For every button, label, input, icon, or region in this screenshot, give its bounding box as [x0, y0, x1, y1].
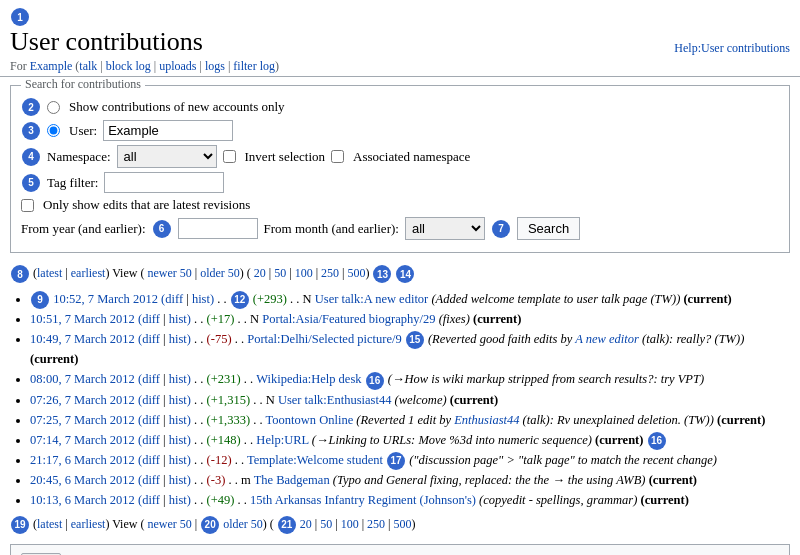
summary-2: (Reverted good faith edits by A new edit… — [428, 332, 744, 346]
diff-value-6: (+148) — [207, 433, 241, 447]
date-row: From year (and earlier): 6 From month (a… — [21, 217, 779, 240]
diff-value-9: (+49) — [207, 493, 235, 507]
page-link-0[interactable]: User talk:A new editor — [315, 292, 429, 306]
tag-input[interactable] — [104, 172, 224, 193]
current-1: (current) — [473, 312, 521, 326]
page-link-3[interactable]: Wikipedia:Help desk — [256, 372, 361, 386]
contrib-diff-9[interactable]: (diff — [138, 493, 160, 507]
invert-checkbox[interactable] — [223, 150, 236, 163]
blocklog-link[interactable]: block log — [106, 59, 151, 73]
annotation-7: 7 — [492, 220, 510, 238]
user-radio[interactable] — [47, 124, 60, 137]
page-link-9[interactable]: 15th Arkansas Infantry Regiment (Johnson… — [250, 493, 476, 507]
list-item: 10:51, 7 March 2012 (diff | hist) . . (+… — [30, 309, 790, 329]
user-input[interactable] — [103, 120, 233, 141]
filterlog-link[interactable]: filter log — [233, 59, 275, 73]
earliest-link-bot[interactable]: earliest — [71, 517, 106, 531]
associated-checkbox[interactable] — [331, 150, 344, 163]
contrib-diff-6[interactable]: (diff — [138, 433, 160, 447]
contrib-time-5[interactable]: 07:25, 7 March 2012 — [30, 413, 135, 427]
talk-link[interactable]: talk — [79, 59, 97, 73]
for-user-link[interactable]: Example — [30, 59, 73, 73]
page-link-4[interactable]: User talk:Enthusiast44 — [278, 393, 392, 407]
current-8: (current) — [649, 473, 697, 487]
250-link-top[interactable]: 250 — [321, 266, 339, 280]
logs-link[interactable]: logs — [205, 59, 225, 73]
50-link-bot[interactable]: 50 — [320, 517, 332, 531]
list-item: 07:25, 7 March 2012 (diff | hist) . . (+… — [30, 410, 790, 430]
contrib-time-7[interactable]: 21:17, 6 March 2012 — [30, 453, 135, 467]
contrib-time-6[interactable]: 07:14, 7 March 2012 — [30, 433, 135, 447]
contrib-hist-7[interactable]: hist) — [169, 453, 191, 467]
contrib-diff-5[interactable]: (diff — [138, 413, 160, 427]
contrib-hist-3[interactable]: hist) — [169, 372, 191, 386]
page-link-5[interactable]: Toontown Online — [266, 413, 354, 427]
contrib-time-4[interactable]: 07:26, 7 March 2012 — [30, 393, 135, 407]
newer50-link[interactable]: newer 50 — [147, 266, 191, 280]
annotation-19: 19 — [11, 516, 29, 534]
contrib-hist-1[interactable]: hist) — [169, 312, 191, 326]
contrib-time-2[interactable]: 10:49, 7 March 2012 — [30, 332, 135, 346]
contrib-hist-8[interactable]: hist) — [169, 473, 191, 487]
contrib-time-3[interactable]: 08:00, 7 March 2012 — [30, 372, 135, 386]
500-link-top[interactable]: 500 — [347, 266, 365, 280]
older50-link-bot[interactable]: older 50 — [223, 517, 263, 531]
earliest-link[interactable]: earliest — [71, 266, 106, 280]
newer50-link-bot[interactable]: newer 50 — [147, 517, 191, 531]
20-link-bot[interactable]: 20 — [300, 517, 312, 531]
contrib-hist-0[interactable]: hist) — [192, 292, 214, 306]
latest-link-bot[interactable]: latest — [37, 517, 62, 531]
contrib-hist-5[interactable]: hist) — [169, 413, 191, 427]
page-link-2[interactable]: Portal:Delhi/Selected picture/9 — [247, 332, 401, 346]
tag-row: 5 Tag filter: — [21, 172, 779, 193]
250-link-bot[interactable]: 250 — [367, 517, 385, 531]
contrib-diff-4[interactable]: (diff — [138, 393, 160, 407]
contrib-time-1[interactable]: 10:51, 7 March 2012 — [30, 312, 135, 326]
contrib-hist-6[interactable]: hist) — [169, 433, 191, 447]
page-link-6[interactable]: Help:URL — [256, 433, 308, 447]
contrib-time-9[interactable]: 10:13, 6 March 2012 — [30, 493, 135, 507]
list-item: 21:17, 6 March 2012 (diff | hist) . . (-… — [30, 450, 790, 470]
page-link-8[interactable]: The Badgeman — [254, 473, 330, 487]
contrib-diff-3[interactable]: (diff — [138, 372, 160, 386]
marker-4: N — [266, 393, 275, 407]
contrib-diff-1[interactable]: (diff — [138, 312, 160, 326]
page-link-7[interactable]: Template:Welcome student — [247, 453, 383, 467]
100-link-bot[interactable]: 100 — [341, 517, 359, 531]
contrib-diff-7[interactable]: (diff — [138, 453, 160, 467]
help-link[interactable]: Help:User contributions — [674, 41, 790, 55]
month-select[interactable]: all — [405, 217, 485, 240]
contrib-hist-4[interactable]: hist) — [169, 393, 191, 407]
diff-value-5: (+1,333) — [207, 413, 251, 427]
contrib-diff-2[interactable]: (diff — [138, 332, 160, 346]
namespace-select[interactable]: all — [117, 145, 217, 168]
contrib-hist-9[interactable]: hist) — [169, 493, 191, 507]
older50-link-top[interactable]: older 50 — [200, 266, 240, 280]
annotation-2: 2 — [22, 98, 40, 116]
page-link-1[interactable]: Portal:Asia/Featured biography/29 — [262, 312, 435, 326]
500-link-bot[interactable]: 500 — [393, 517, 411, 531]
20-link-top[interactable]: 20 — [254, 266, 266, 280]
marker-0: N — [303, 292, 312, 306]
page-header: 1 User contributions For Example (talk |… — [0, 0, 800, 77]
latest-checkbox[interactable] — [21, 199, 34, 212]
contributions-list: 9 10:52, 7 March 2012 (diff | hist) . . … — [0, 287, 800, 512]
contrib-diff-0[interactable]: (diff — [161, 292, 183, 306]
contrib-hist-2[interactable]: hist) — [169, 332, 191, 346]
search-button[interactable]: Search — [517, 217, 580, 240]
current-5: (current) — [717, 413, 765, 427]
for-text: For — [10, 59, 27, 73]
contrib-diff-8[interactable]: (diff — [138, 473, 160, 487]
list-item: 10:49, 7 March 2012 (diff | hist) . . (-… — [30, 329, 790, 369]
uploads-link[interactable]: uploads — [159, 59, 196, 73]
50-link-top[interactable]: 50 — [274, 266, 286, 280]
contrib-time-0[interactable]: 10:52, 7 March 2012 — [53, 292, 158, 306]
contrib-time-8[interactable]: 20:45, 6 March 2012 — [30, 473, 135, 487]
100-link-top[interactable]: 100 — [295, 266, 313, 280]
invert-label: Invert selection — [245, 149, 326, 165]
namespace-label: Namespace: — [47, 149, 111, 165]
latest-link[interactable]: latest — [37, 266, 62, 280]
year-input[interactable] — [178, 218, 258, 239]
new-accounts-radio[interactable] — [47, 101, 60, 114]
list-item: 08:00, 7 March 2012 (diff | hist) . . (+… — [30, 369, 790, 389]
